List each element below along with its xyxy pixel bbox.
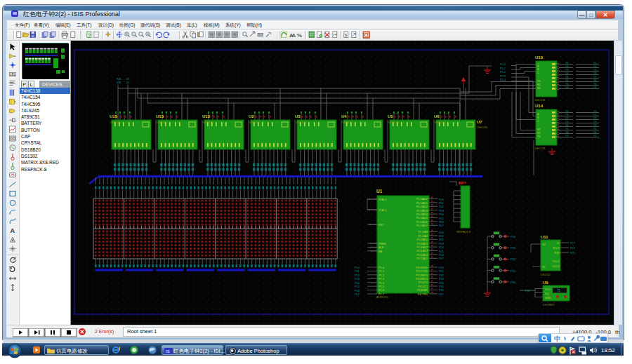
svg-text:P03: P03: [439, 210, 444, 213]
svg-text:Y0: Y0: [593, 110, 596, 113]
svg-text:D2: D2: [126, 81, 129, 84]
svg-text:P05: P05: [439, 217, 444, 220]
svg-text:P04: P04: [439, 213, 444, 216]
svg-text:P0.4/AD4: P0.4/AD4: [416, 213, 428, 216]
svg-text:EA: EA: [378, 250, 383, 253]
svg-text:Y6: Y6: [593, 131, 596, 134]
svg-text:RP?: RP?: [459, 181, 467, 185]
svg-text:U10: U10: [535, 55, 544, 60]
svg-text:P0.7/AD7: P0.7/AD7: [416, 224, 428, 227]
svg-text:P1.1: P1.1: [378, 270, 384, 273]
svg-text:P25: P25: [439, 250, 444, 253]
svg-text:RST: RST: [378, 224, 384, 227]
svg-text:Y3: Y3: [593, 72, 596, 75]
svg-text:Y1: Y1: [565, 65, 568, 68]
svg-text:U12: U12: [202, 114, 211, 119]
svg-text:74HC596: 74HC596: [477, 126, 487, 129]
svg-text:P0.6/AD6: P0.6/AD6: [416, 221, 428, 224]
svg-text:P3.7/RD: P3.7/RD: [418, 293, 428, 296]
svg-text:P31: P31: [439, 270, 444, 273]
svg-text:Y4: Y4: [565, 124, 568, 127]
svg-text:P30: P30: [511, 281, 516, 284]
svg-text:U4: U4: [341, 114, 347, 119]
svg-text:Y2: Y2: [565, 69, 568, 72]
svg-text:P13: P13: [355, 278, 360, 281]
svg-text:P27: P27: [570, 242, 575, 245]
svg-text:Y0: Y0: [565, 62, 568, 65]
svg-text:P16: P16: [355, 290, 360, 292]
svg-text:P01: P01: [439, 202, 444, 205]
svg-text:Y7: Y7: [593, 135, 596, 137]
svg-text:DQ: DQ: [545, 292, 549, 295]
svg-text:RST: RST: [554, 252, 560, 255]
svg-text:75: 75: [557, 289, 561, 292]
svg-text:Y6: Y6: [565, 83, 568, 86]
svg-text:P1.0: P1.0: [500, 63, 506, 66]
svg-text:IS: IS: [166, 349, 170, 353]
svg-text:Y5: Y5: [593, 79, 596, 82]
svg-text:E3: E3: [537, 87, 541, 90]
svg-text:A: A: [11, 227, 15, 234]
svg-text:74HC138: 74HC138: [534, 147, 545, 150]
svg-text:E2: E2: [537, 132, 541, 135]
svg-text:P1.3: P1.3: [500, 75, 506, 78]
svg-text:P1.4: P1.4: [500, 79, 506, 81]
svg-text:Y2: Y2: [593, 69, 596, 72]
svg-text:VCC1: VCC1: [553, 265, 560, 268]
svg-text:P0.1/AD1: P0.1/AD1: [416, 202, 428, 205]
svg-text:Y0: Y0: [593, 62, 596, 65]
svg-text:P21: P21: [439, 235, 444, 238]
svg-text:P3.0/RXD: P3.0/RXD: [416, 267, 428, 269]
svg-text:P1.5: P1.5: [378, 285, 384, 288]
svg-text:P1.2: P1.2: [500, 71, 506, 74]
svg-text:E3: E3: [537, 135, 541, 138]
svg-text:P1.3: P1.3: [378, 278, 384, 281]
svg-text:P0.3/AD3: P0.3/AD3: [416, 210, 428, 213]
svg-text:P1.6: P1.6: [378, 289, 384, 292]
svg-text:Y0: Y0: [565, 110, 568, 113]
svg-text:Y2: Y2: [565, 117, 568, 120]
svg-text:GND: GND: [545, 297, 551, 299]
svg-text:P2.7/A15: P2.7/A15: [416, 257, 428, 260]
svg-text:P2.6/A14: P2.6/A14: [416, 254, 428, 257]
svg-text:P24: P24: [439, 246, 444, 249]
svg-text:U5: U5: [388, 114, 393, 119]
svg-text:P3.5/T1: P3.5/T1: [419, 285, 428, 288]
svg-text:Y4: Y4: [593, 124, 596, 127]
svg-text:P32: P32: [439, 274, 444, 277]
svg-text:U13: U13: [156, 114, 164, 119]
svg-text:P2.3/A11: P2.3/A11: [417, 243, 428, 245]
svg-text:Y5: Y5: [565, 128, 568, 130]
svg-text:P22: P22: [439, 238, 444, 241]
svg-text:P26: P26: [439, 254, 444, 257]
svg-text:Y7: Y7: [565, 86, 568, 89]
svg-text:P1.0: P1.0: [378, 267, 384, 269]
svg-text:XTAL2: XTAL2: [378, 209, 386, 212]
svg-text:P31: P31: [511, 269, 516, 273]
svg-text:P37: P37: [525, 289, 531, 292]
svg-text:P36: P36: [439, 289, 444, 292]
svg-text:IO: IO: [557, 242, 560, 245]
svg-text:Y6: Y6: [565, 131, 568, 134]
svg-text:P0.0/AD0: P0.0/AD0: [416, 198, 428, 201]
svg-text:DS1302: DS1302: [541, 274, 551, 276]
svg-text:Y5: Y5: [593, 128, 596, 130]
svg-text:中: 中: [554, 335, 560, 342]
svg-text:P20: P20: [439, 231, 444, 234]
svg-text:P15: P15: [355, 285, 360, 288]
svg-text:ALE: ALE: [378, 246, 384, 249]
svg-text:P25: P25: [570, 252, 575, 255]
svg-text:P3.4/T0: P3.4/T0: [419, 281, 428, 284]
svg-text:VCC: VCC: [545, 288, 551, 291]
svg-text:U1: U1: [376, 189, 383, 194]
svg-text:DS18B20: DS18B20: [543, 304, 554, 306]
svg-text:P2.5/A13: P2.5/A13: [416, 250, 428, 252]
svg-text:P37: P37: [439, 293, 444, 296]
svg-text:%: %: [297, 32, 302, 39]
svg-text:P30: P30: [439, 267, 444, 269]
svg-text:RESPACK-8: RESPACK-8: [456, 231, 470, 234]
svg-text:U3: U3: [295, 114, 301, 119]
svg-text:Y1: Y1: [593, 65, 596, 68]
svg-text:P33: P33: [439, 278, 444, 281]
svg-text:P3.1/TXD: P3.1/TXD: [416, 270, 428, 273]
